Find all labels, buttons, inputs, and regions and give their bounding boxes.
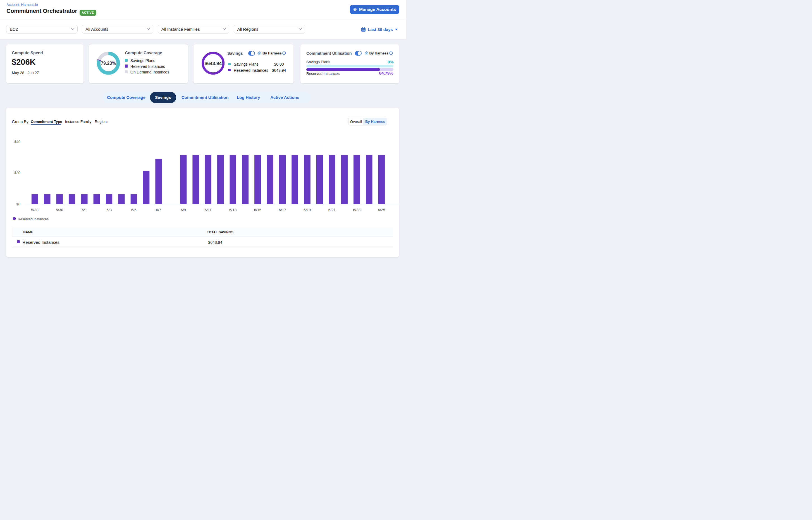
svg-text:6/5: 6/5: [131, 208, 136, 212]
svg-text:$40: $40: [14, 140, 20, 144]
svg-text:6/23: 6/23: [353, 208, 360, 212]
svg-text:6/3: 6/3: [106, 208, 112, 212]
svg-text:6/19: 6/19: [304, 208, 311, 212]
svg-text:6/7: 6/7: [156, 208, 161, 212]
svg-text:6/17: 6/17: [279, 208, 286, 212]
svg-text:5/28: 5/28: [31, 208, 38, 212]
svg-text:6/11: 6/11: [204, 208, 211, 212]
svg-text:$643.94: $643.94: [204, 60, 222, 66]
svg-text:6/9: 6/9: [181, 208, 186, 212]
svg-text:6/13: 6/13: [229, 208, 236, 212]
svg-text:6/25: 6/25: [378, 208, 385, 212]
svg-text:$0: $0: [16, 202, 20, 206]
svg-text:79.23%: 79.23%: [101, 61, 116, 66]
svg-text:$20: $20: [14, 171, 20, 175]
svg-text:6/21: 6/21: [328, 208, 335, 212]
svg-text:6/15: 6/15: [254, 208, 261, 212]
svg-text:5/30: 5/30: [56, 208, 63, 212]
svg-text:6/1: 6/1: [81, 208, 87, 212]
